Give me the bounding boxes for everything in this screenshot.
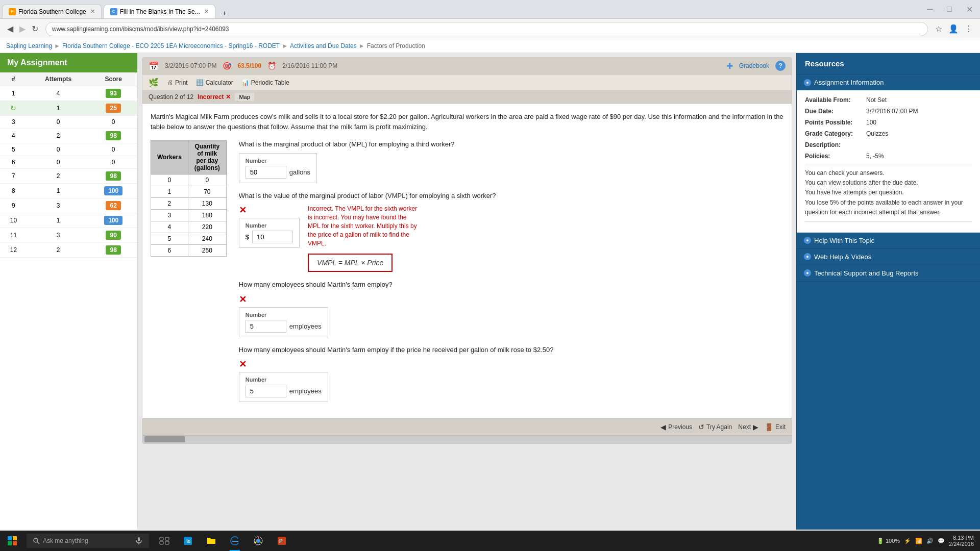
minimize-button[interactable]: ─ [920, 0, 940, 18]
assignment-info-header[interactable]: ● Assignment Information [797, 74, 980, 90]
gradebook-link[interactable]: Gradebook [739, 62, 769, 69]
q1-input[interactable] [246, 166, 286, 179]
taskview-app[interactable] [153, 531, 176, 551]
edge-app[interactable] [224, 531, 246, 551]
map-button[interactable]: Map [235, 93, 254, 101]
due-date-label: Due Date: [805, 108, 866, 115]
table-row[interactable]: 10 1 100 [0, 213, 137, 228]
breadcrumb-sapling[interactable]: Sapling Learning [6, 42, 52, 49]
score-zero: 0 [112, 159, 115, 166]
previous-button[interactable]: ◀ Previous [660, 423, 692, 431]
q4-input-label: Number [246, 377, 322, 383]
table-cell-num: 7 [0, 169, 27, 184]
q2-input[interactable] [252, 231, 293, 243]
back-button[interactable]: ◀ [4, 22, 16, 36]
help-with-topic[interactable]: ● Help With This Topic [797, 233, 980, 249]
question-body: Martin's Magical Milk Farm produces cow'… [142, 104, 792, 418]
policies-row: Policies: 5, -5% [805, 153, 972, 160]
q2-formula: VMPL = MPL × Price [308, 254, 393, 272]
tab-close-fsc[interactable]: ✕ [90, 8, 95, 15]
scroll-thumb[interactable] [144, 436, 185, 442]
power-icon: ⚡ [904, 538, 911, 544]
restore-button[interactable]: □ [940, 0, 959, 18]
score-badge: 98 [106, 171, 120, 181]
next-button[interactable]: Next ▶ [738, 423, 758, 431]
exit-button[interactable]: 🚪 Exit [765, 423, 786, 431]
table-cell-num: 3 [0, 116, 27, 129]
new-tab-button[interactable]: + [217, 7, 232, 18]
previous-label: Previous [668, 423, 692, 431]
table-row[interactable]: 1 4 93 [0, 86, 137, 101]
file-explorer-app[interactable] [200, 531, 223, 551]
table-row: 2 130 [151, 198, 227, 210]
battery-icon: 🔋 100% [877, 538, 900, 544]
q3-input[interactable] [246, 320, 286, 333]
print-button[interactable]: 🖨 Print [167, 79, 188, 86]
notification-icon: 💬 [938, 538, 945, 544]
table-row[interactable]: 11 3 90 [0, 228, 137, 243]
powerpoint-app[interactable]: P [271, 531, 293, 551]
table-row[interactable]: 7 2 98 [0, 169, 137, 184]
tech-support[interactable]: ● Technical Support and Bug Reports [797, 265, 980, 282]
edge-icon [230, 536, 240, 546]
leaf-icon: 🌿 [149, 78, 159, 87]
data-table-container: Workers Quantityof milkper day(gallons) … [151, 140, 227, 410]
calculator-button[interactable]: 🔢 Calculator [196, 79, 233, 86]
resources-header: Resources [797, 53, 980, 74]
tab-fsc[interactable]: F Florida Southern College ✕ [2, 4, 102, 18]
header-left: 📅 3/2/2016 07:00 PM 🎯 63.5/100 ⏰ 2/16/20… [149, 61, 337, 71]
reload-button[interactable]: ↻ [29, 22, 41, 36]
profile-button[interactable]: 👤 [945, 22, 962, 36]
menu-button[interactable]: ⋮ [962, 22, 976, 36]
help-icon[interactable]: ? [775, 61, 786, 71]
print-label: Print [175, 79, 188, 86]
q1-input-label: Number [246, 158, 310, 164]
q4-input[interactable] [246, 385, 286, 397]
tab-close-sapling[interactable]: ✕ [204, 8, 209, 15]
address-bar[interactable]: www.saplinglearning.com/ibiscms/mod/ibis… [45, 22, 928, 36]
web-help-videos[interactable]: ● Web Help & Videos [797, 249, 980, 265]
table-cell-num: 10 [0, 213, 27, 228]
breadcrumb-college[interactable]: Florida Southern College - ECO 2205 1EA … [62, 42, 280, 49]
table-row[interactable]: 3 0 0 [0, 116, 137, 129]
tab-favicon-fsc: F [9, 8, 16, 15]
table-row[interactable]: 9 3 62 [0, 198, 137, 213]
help-icon-circle: ● [804, 237, 811, 244]
close-button[interactable]: ✕ [959, 0, 980, 18]
svg-line-17 [260, 542, 262, 543]
tab-saplinglearning[interactable]: C Fill In The Blanks In The Se... ✕ [104, 4, 215, 18]
table-row[interactable]: 5 0 0 [0, 143, 137, 156]
periodic-label: Periodic Table [251, 79, 289, 86]
bottom-scrollbar[interactable] [142, 435, 792, 443]
table-cell-attempts: 0 [27, 116, 89, 129]
table-cell-attempts: 3 [27, 228, 89, 243]
score-badge: 100 [104, 216, 122, 225]
search-box[interactable]: Ask me anything [27, 534, 149, 548]
table-row[interactable]: ↻ 1 25 [0, 101, 137, 116]
start-button[interactable] [0, 531, 24, 551]
web-help-videos-label: Web Help & Videos [814, 253, 871, 261]
my-assignment-header: My Assignment [0, 53, 137, 72]
score-badge: 25 [106, 104, 120, 113]
table-cell-score: 62 [89, 198, 137, 213]
table-cell-score: 0 [89, 143, 137, 156]
svg-rect-8 [160, 537, 163, 540]
table-row[interactable]: 6 0 0 [0, 156, 137, 169]
bookmark-button[interactable]: ☆ [932, 22, 945, 36]
table-cell-attempts: 2 [27, 169, 89, 184]
table-row[interactable]: 4 2 98 [0, 129, 137, 143]
chrome-app[interactable] [247, 531, 270, 551]
table-row[interactable]: 8 1 100 [0, 184, 137, 198]
table-cell-quantity: 240 [188, 233, 226, 245]
svg-rect-3 [13, 541, 17, 545]
table-row[interactable]: 12 2 98 [0, 243, 137, 258]
periodic-table-button[interactable]: 📊 Periodic Table [241, 79, 289, 86]
svg-point-4 [34, 538, 38, 542]
due-date-value: 3/2/2016 07:00 PM [866, 108, 918, 115]
question-toolbar: 🌿 🖨 Print 🔢 Calculator 📊 Periodic Table [142, 74, 792, 91]
try-again-button[interactable]: ↺ Try Again [698, 423, 732, 431]
table-cell-worker: 4 [151, 221, 188, 233]
forward-button[interactable]: ▶ [16, 22, 29, 36]
breadcrumb-activities[interactable]: Activities and Due Dates [290, 42, 357, 49]
store-app[interactable]: 🛍 [177, 531, 199, 551]
